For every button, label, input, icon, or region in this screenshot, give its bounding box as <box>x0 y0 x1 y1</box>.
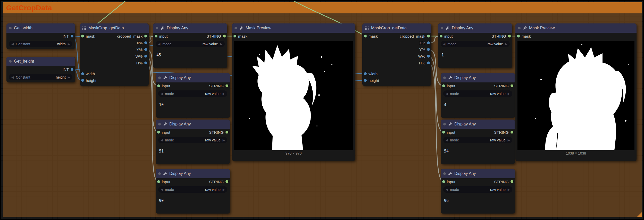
node-get-height[interactable]: Get_height INT ◀ Constant height ▶ <box>6 57 75 82</box>
arrow-right-icon[interactable]: ▶ <box>68 43 70 46</box>
string-output-port[interactable] <box>511 131 513 134</box>
node-header[interactable]: Display Any <box>441 169 515 178</box>
node-maskcrop-right[interactable]: MaskCrop_getData mask cropped_mask X% Y%… <box>362 23 431 86</box>
node-maskcrop-left[interactable]: MaskCrop_getData mask cropped_mask X% Y%… <box>80 23 149 86</box>
h-percent-output-port[interactable] <box>427 62 430 64</box>
arrow-right-icon[interactable]: ▶ <box>223 139 225 142</box>
node-display-any-left-3[interactable]: Display Any input STRING ◀ mode raw valu… <box>156 120 230 164</box>
constant-widget[interactable]: ◀ Constant width ▶ <box>9 41 72 47</box>
string-output-port[interactable] <box>511 180 513 183</box>
input-port[interactable] <box>157 131 160 134</box>
w-percent-output-port[interactable] <box>427 55 430 58</box>
arrow-left-icon[interactable]: ◀ <box>161 139 163 142</box>
input-port[interactable] <box>442 84 445 87</box>
width-input-port[interactable] <box>81 72 84 75</box>
arrow-right-icon[interactable]: ▶ <box>220 43 222 46</box>
y-percent-output-port[interactable] <box>144 48 147 51</box>
mode-widget[interactable]: ◀ mode raw value ▶ <box>158 186 227 193</box>
y-percent-output-port[interactable] <box>427 48 430 51</box>
arrow-right-icon[interactable]: ▶ <box>68 76 70 79</box>
mode-widget[interactable]: ◀ mode raw value ▶ <box>443 137 512 143</box>
arrow-left-icon[interactable]: ◀ <box>11 76 14 79</box>
graph-canvas[interactable]: GetCropData Get_width INT <box>0 0 644 220</box>
collapse-dot-icon[interactable] <box>156 27 158 29</box>
input-port[interactable] <box>157 84 160 87</box>
input-port[interactable] <box>440 35 442 38</box>
string-output-port[interactable] <box>508 35 511 38</box>
string-output-port[interactable] <box>225 84 228 87</box>
h-percent-output-port[interactable] <box>144 62 147 64</box>
constant-widget[interactable]: ◀ Constant height ▶ <box>9 74 72 80</box>
arrow-left-icon[interactable]: ◀ <box>161 188 163 191</box>
arrow-right-icon[interactable]: ▶ <box>223 188 225 191</box>
x-percent-output-port[interactable] <box>144 41 147 44</box>
arrow-right-icon[interactable]: ▶ <box>508 188 510 191</box>
input-port[interactable] <box>442 180 445 183</box>
int-output-port[interactable] <box>71 35 73 38</box>
node-header[interactable]: Get_height <box>6 57 75 66</box>
height-input-port[interactable] <box>81 79 84 82</box>
node-header[interactable]: Display Any <box>156 169 230 178</box>
collapse-dot-icon[interactable] <box>9 27 12 29</box>
arrow-left-icon[interactable]: ◀ <box>446 92 448 95</box>
node-get-width[interactable]: Get_width INT ◀ Constant width ▶ <box>6 23 75 49</box>
group-header[interactable]: GetCropData <box>3 2 642 13</box>
node-mask-preview-right[interactable]: Mask Preview mask 1038 × 1038 <box>515 23 637 161</box>
arrow-left-icon[interactable]: ◀ <box>443 43 445 46</box>
w-percent-output-port[interactable] <box>144 55 147 58</box>
node-header[interactable]: Display Any <box>438 23 512 33</box>
node-display-any-left-1[interactable]: Display Any input STRING ◀ mode raw valu… <box>153 23 227 68</box>
node-header[interactable]: MaskCrop_getData <box>80 23 149 33</box>
mode-widget[interactable]: ◀ mode raw value ▶ <box>443 90 512 97</box>
node-header[interactable]: Display Any <box>156 73 230 82</box>
collapse-dot-icon[interactable] <box>441 27 443 29</box>
collapse-dot-icon[interactable] <box>443 172 446 175</box>
node-display-any-right-2[interactable]: Display Any input STRING ◀ mode raw valu… <box>441 73 515 118</box>
width-input-port[interactable] <box>364 72 367 75</box>
mask-input-port[interactable] <box>81 35 84 38</box>
mode-widget[interactable]: ◀ mode raw value ▶ <box>158 90 227 97</box>
collapse-dot-icon[interactable] <box>158 123 161 125</box>
node-header[interactable]: MaskCrop_getData <box>362 23 431 33</box>
arrow-right-icon[interactable]: ▶ <box>508 139 510 142</box>
string-output-port[interactable] <box>223 35 226 38</box>
arrow-right-icon[interactable]: ▶ <box>508 92 510 95</box>
cropped-mask-output-port[interactable] <box>144 35 147 38</box>
x-percent-output-port[interactable] <box>427 41 430 44</box>
input-port[interactable] <box>155 35 157 38</box>
collapse-dot-icon[interactable] <box>9 60 12 63</box>
input-port[interactable] <box>157 180 160 183</box>
node-mask-preview-left[interactable]: Mask Preview mask 9 <box>232 23 355 161</box>
mask-input-port[interactable] <box>517 35 520 38</box>
input-port[interactable] <box>442 131 445 134</box>
arrow-right-icon[interactable]: ▶ <box>223 92 225 95</box>
mask-input-port[interactable] <box>233 35 236 38</box>
node-header[interactable]: Get_width <box>6 23 75 33</box>
arrow-left-icon[interactable]: ◀ <box>446 188 448 191</box>
collapse-dot-icon[interactable] <box>518 27 521 29</box>
arrow-left-icon[interactable]: ◀ <box>11 43 14 46</box>
node-display-any-left-4[interactable]: Display Any input STRING ◀ mode raw valu… <box>156 169 230 214</box>
mode-widget[interactable]: ◀ mode raw value ▶ <box>441 41 510 47</box>
collapse-dot-icon[interactable] <box>158 77 161 79</box>
arrow-left-icon[interactable]: ◀ <box>158 43 160 46</box>
arrow-right-icon[interactable]: ▶ <box>505 43 507 46</box>
node-display-any-right-4[interactable]: Display Any input STRING ◀ mode raw valu… <box>441 169 515 214</box>
cropped-mask-output-port[interactable] <box>427 35 430 38</box>
collapse-dot-icon[interactable] <box>235 27 237 29</box>
mode-widget[interactable]: ◀ mode raw value ▶ <box>156 41 225 47</box>
mask-input-port[interactable] <box>364 35 367 38</box>
int-output-port[interactable] <box>71 68 73 71</box>
node-display-any-left-2[interactable]: Display Any input STRING ◀ mode raw valu… <box>156 73 230 118</box>
node-display-any-right-3[interactable]: Display Any input STRING ◀ mode raw valu… <box>441 120 515 164</box>
mode-widget[interactable]: ◀ mode raw value ▶ <box>158 137 227 143</box>
height-input-port[interactable] <box>364 79 367 82</box>
node-display-any-right-1[interactable]: Display Any input STRING ◀ mode raw valu… <box>438 23 512 68</box>
string-output-port[interactable] <box>225 131 228 134</box>
node-header[interactable]: Mask Preview <box>232 23 355 33</box>
node-header[interactable]: Display Any <box>441 120 515 129</box>
node-header[interactable]: Mask Preview <box>515 23 637 33</box>
collapse-dot-icon[interactable] <box>443 77 446 79</box>
node-header[interactable]: Display Any <box>156 120 230 129</box>
group-resize-handle[interactable] <box>637 212 642 217</box>
